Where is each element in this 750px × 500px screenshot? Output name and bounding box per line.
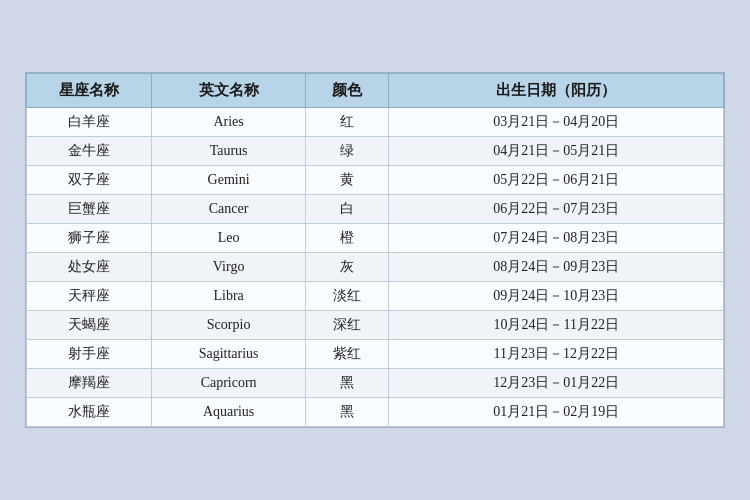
table-row: 水瓶座Aquarius黑01月21日－02月19日 [27, 398, 724, 427]
table-header-row: 星座名称 英文名称 颜色 出生日期（阳历） [27, 74, 724, 108]
cell-en: Virgo [152, 253, 305, 282]
table-row: 金牛座Taurus绿04月21日－05月21日 [27, 137, 724, 166]
cell-cn: 金牛座 [27, 137, 152, 166]
cell-color: 黑 [305, 398, 389, 427]
cell-date: 07月24日－08月23日 [389, 224, 724, 253]
cell-date: 06月22日－07月23日 [389, 195, 724, 224]
header-cn: 星座名称 [27, 74, 152, 108]
cell-date: 03月21日－04月20日 [389, 108, 724, 137]
cell-en: Taurus [152, 137, 305, 166]
cell-color: 绿 [305, 137, 389, 166]
cell-cn: 射手座 [27, 340, 152, 369]
cell-en: Aries [152, 108, 305, 137]
cell-cn: 天秤座 [27, 282, 152, 311]
cell-date: 01月21日－02月19日 [389, 398, 724, 427]
table-body: 白羊座Aries红03月21日－04月20日金牛座Taurus绿04月21日－0… [27, 108, 724, 427]
cell-color: 黑 [305, 369, 389, 398]
cell-date: 11月23日－12月22日 [389, 340, 724, 369]
table-row: 摩羯座Capricorn黑12月23日－01月22日 [27, 369, 724, 398]
cell-en: Sagittarius [152, 340, 305, 369]
cell-cn: 巨蟹座 [27, 195, 152, 224]
header-en: 英文名称 [152, 74, 305, 108]
cell-en: Cancer [152, 195, 305, 224]
zodiac-table: 星座名称 英文名称 颜色 出生日期（阳历） 白羊座Aries红03月21日－04… [26, 73, 724, 427]
cell-en: Aquarius [152, 398, 305, 427]
cell-date: 04月21日－05月21日 [389, 137, 724, 166]
header-color: 颜色 [305, 74, 389, 108]
header-date: 出生日期（阳历） [389, 74, 724, 108]
cell-date: 09月24日－10月23日 [389, 282, 724, 311]
cell-color: 紫红 [305, 340, 389, 369]
cell-en: Gemini [152, 166, 305, 195]
cell-cn: 处女座 [27, 253, 152, 282]
cell-color: 淡红 [305, 282, 389, 311]
cell-color: 橙 [305, 224, 389, 253]
table-row: 天蝎座Scorpio深红10月24日－11月22日 [27, 311, 724, 340]
cell-date: 05月22日－06月21日 [389, 166, 724, 195]
cell-date: 08月24日－09月23日 [389, 253, 724, 282]
table-row: 白羊座Aries红03月21日－04月20日 [27, 108, 724, 137]
cell-en: Capricorn [152, 369, 305, 398]
cell-color: 红 [305, 108, 389, 137]
cell-cn: 水瓶座 [27, 398, 152, 427]
zodiac-table-container: 星座名称 英文名称 颜色 出生日期（阳历） 白羊座Aries红03月21日－04… [25, 72, 725, 428]
cell-en: Leo [152, 224, 305, 253]
cell-date: 10月24日－11月22日 [389, 311, 724, 340]
cell-cn: 白羊座 [27, 108, 152, 137]
cell-cn: 天蝎座 [27, 311, 152, 340]
table-row: 射手座Sagittarius紫红11月23日－12月22日 [27, 340, 724, 369]
cell-en: Scorpio [152, 311, 305, 340]
cell-cn: 摩羯座 [27, 369, 152, 398]
cell-color: 黄 [305, 166, 389, 195]
cell-color: 灰 [305, 253, 389, 282]
cell-cn: 双子座 [27, 166, 152, 195]
cell-date: 12月23日－01月22日 [389, 369, 724, 398]
cell-en: Libra [152, 282, 305, 311]
cell-cn: 狮子座 [27, 224, 152, 253]
cell-color: 白 [305, 195, 389, 224]
cell-color: 深红 [305, 311, 389, 340]
table-row: 巨蟹座Cancer白06月22日－07月23日 [27, 195, 724, 224]
table-row: 双子座Gemini黄05月22日－06月21日 [27, 166, 724, 195]
table-row: 天秤座Libra淡红09月24日－10月23日 [27, 282, 724, 311]
table-row: 处女座Virgo灰08月24日－09月23日 [27, 253, 724, 282]
table-row: 狮子座Leo橙07月24日－08月23日 [27, 224, 724, 253]
